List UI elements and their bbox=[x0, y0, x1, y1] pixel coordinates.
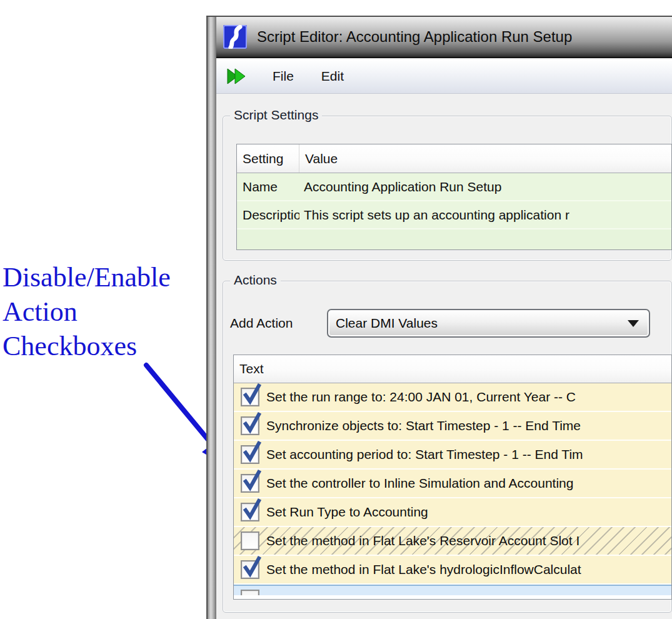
chevron-down-icon bbox=[628, 320, 639, 327]
riverware-app-icon bbox=[223, 25, 247, 49]
menu-file[interactable]: File bbox=[266, 66, 300, 86]
add-action-label: Add Action bbox=[230, 316, 293, 331]
action-row[interactable]: Set the controller to Inline Simulation … bbox=[234, 470, 671, 497]
column-header-text[interactable]: Text bbox=[234, 355, 671, 383]
actions-label: Actions bbox=[230, 273, 281, 288]
action-row[interactable]: Set the run range to: 24:00 JAN 01, Curr… bbox=[234, 383, 671, 411]
add-action-selected-value: Clear DMI Values bbox=[336, 316, 628, 331]
action-text: Set the method in Flat Lake's hydrologic… bbox=[266, 562, 581, 577]
window-left-border bbox=[206, 17, 216, 619]
action-checkbox[interactable] bbox=[241, 416, 259, 435]
annotation-line: Disable/Enable bbox=[3, 260, 171, 294]
settings-table-row[interactable]: Name Accounting Application Run Setup bbox=[237, 173, 671, 201]
action-checkbox[interactable] bbox=[241, 388, 259, 406]
settings-table-header: Setting Value bbox=[237, 144, 671, 173]
annotation-line: Checkboxes bbox=[3, 329, 171, 363]
action-text: Set the method in Flat Lake's Reservoir … bbox=[266, 533, 579, 548]
action-checkbox[interactable] bbox=[241, 503, 259, 521]
menu-edit[interactable]: Edit bbox=[315, 66, 350, 86]
setting-value-cell: This script sets up an accounting applic… bbox=[299, 208, 569, 223]
action-row[interactable]: Set the method in Flat Lake's hydrologic… bbox=[234, 556, 671, 583]
action-row[interactable]: Set accounting period to: Start Timestep… bbox=[234, 441, 671, 468]
actions-list-header: Text bbox=[234, 355, 671, 383]
script-settings-label: Script Settings bbox=[230, 108, 322, 123]
title-bar[interactable]: Script Editor: Accounting Application Ru… bbox=[216, 17, 672, 58]
menu-bar: File Edit bbox=[216, 59, 672, 94]
action-row[interactable]: Synchronize objects to: Start Timestep -… bbox=[234, 412, 671, 440]
add-action-combobox[interactable]: Clear DMI Values bbox=[327, 309, 650, 338]
action-checkbox[interactable] bbox=[241, 474, 259, 493]
actions-list-body: Set the run range to: 24:00 JAN 01, Curr… bbox=[234, 383, 671, 595]
actions-list: Text Set the run range to: 24:00 JAN 01,… bbox=[233, 355, 672, 600]
action-text: Set the run range to: 24:00 JAN 01, Curr… bbox=[266, 390, 576, 405]
annotation-disable-enable: Disable/Enable Action Checkboxes bbox=[3, 260, 171, 363]
action-checkbox[interactable] bbox=[241, 560, 259, 579]
script-settings-table: Setting Value Name Accounting Applicatio… bbox=[236, 144, 672, 250]
action-text: Set the controller to Inline Simulation … bbox=[266, 476, 573, 491]
setting-name-cell: Description bbox=[237, 208, 299, 223]
annotation-line: Action bbox=[3, 294, 171, 329]
column-header-setting[interactable]: Setting bbox=[237, 144, 299, 173]
setting-name-cell: Name bbox=[237, 179, 299, 194]
action-checkbox[interactable] bbox=[241, 531, 259, 550]
settings-table-body: Name Accounting Application Run Setup De… bbox=[237, 173, 671, 250]
action-text: Set accounting period to: Start Timestep… bbox=[266, 447, 583, 462]
window-title: Script Editor: Accounting Application Ru… bbox=[257, 28, 572, 46]
script-editor-window: Script Editor: Accounting Application Ru… bbox=[206, 16, 672, 619]
settings-table-row[interactable]: Description This script sets up an accou… bbox=[237, 201, 671, 229]
setting-value-cell: Accounting Application Run Setup bbox=[299, 179, 501, 194]
action-checkbox[interactable] bbox=[241, 590, 259, 595]
column-header-value[interactable]: Value bbox=[299, 144, 671, 173]
action-checkbox[interactable] bbox=[241, 445, 259, 464]
action-text: Synchronize objects to: Start Timestep -… bbox=[266, 418, 581, 433]
run-script-fast-forward-icon[interactable] bbox=[226, 66, 249, 86]
action-row-partial[interactable] bbox=[234, 585, 671, 595]
action-text: Set Run Type to Accounting bbox=[266, 505, 428, 520]
action-row[interactable]: Set Run Type to Accounting bbox=[234, 498, 671, 526]
action-row[interactable]: Set the method in Flat Lake's Reservoir … bbox=[234, 527, 671, 555]
